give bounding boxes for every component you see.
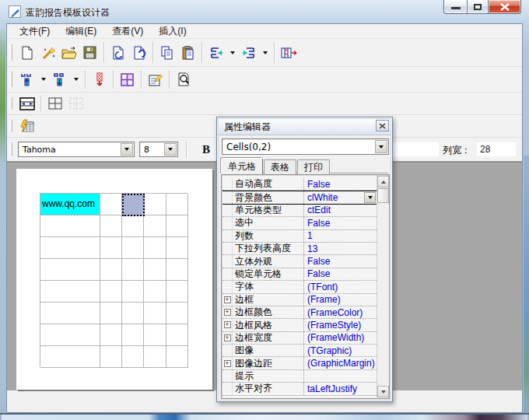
insert-column-right-dropdown[interactable]: [259, 43, 271, 63]
selected-cell[interactable]: [122, 194, 145, 216]
delete-column-button[interactable]: [278, 43, 299, 63]
report-table[interactable]: www.qq.com: [40, 193, 187, 367]
property-value[interactable]: (Frame): [304, 294, 377, 306]
table-cell[interactable]: [166, 281, 188, 303]
property-row[interactable]: +边框颜色(FrameColor): [222, 306, 377, 319]
import-template-button[interactable]: [107, 43, 128, 63]
table-cell[interactable]: [100, 194, 122, 215]
property-value[interactable]: ctEdit: [304, 205, 377, 216]
property-value[interactable]: (FrameStyle): [304, 319, 377, 331]
table-cell[interactable]: [166, 259, 188, 281]
property-row[interactable]: 下拉列表高度13: [222, 243, 377, 255]
bold-button[interactable]: B: [198, 141, 215, 158]
table-cell[interactable]: [122, 237, 144, 259]
property-value[interactable]: clWhite: [304, 191, 377, 203]
column-width-field[interactable]: 28: [477, 142, 516, 156]
value-dropdown-button[interactable]: [364, 192, 376, 202]
property-value[interactable]: (GraphicMargin): [304, 357, 377, 369]
table-cell[interactable]: [166, 215, 188, 237]
property-row[interactable]: +图像边距(GraphicMargin): [222, 357, 377, 369]
merge-cells-button[interactable]: [16, 93, 37, 114]
property-value[interactable]: (FrameWidth): [304, 332, 377, 344]
table-cell[interactable]: [144, 281, 166, 303]
menu-file[interactable]: 文件(F): [12, 24, 58, 39]
property-row[interactable]: 水平对齐taLeftJustify: [222, 383, 377, 395]
print-preview-button[interactable]: [173, 69, 194, 89]
property-value[interactable]: False: [304, 268, 377, 280]
property-value[interactable]: (FrameColor): [304, 306, 377, 318]
property-row[interactable]: 图像(TGraphic): [222, 345, 377, 357]
menu-insert[interactable]: 插入(I): [151, 24, 194, 39]
table-cell[interactable]: [100, 346, 122, 368]
property-value[interactable]: [304, 370, 377, 382]
dialog-close-button[interactable]: [376, 120, 389, 131]
property-value[interactable]: False: [304, 178, 377, 190]
table-cell[interactable]: [40, 324, 100, 346]
property-value[interactable]: 13: [304, 243, 377, 254]
insert-column-left-button[interactable]: [205, 43, 226, 63]
table-cell[interactable]: [144, 346, 166, 368]
close-button[interactable]: [489, 0, 521, 14]
copy-button[interactable]: [156, 43, 177, 63]
new-document-button[interactable]: [16, 43, 37, 63]
table-cell[interactable]: [144, 237, 166, 259]
table-cell[interactable]: [122, 324, 144, 346]
property-value[interactable]: 1: [304, 230, 377, 242]
expand-icon[interactable]: +: [224, 321, 231, 328]
object-selector-combo[interactable]: Cells(0,2): [222, 138, 389, 155]
scrollbar-thumb[interactable]: [377, 188, 389, 203]
table-cell[interactable]: [144, 259, 166, 281]
table-cell[interactable]: [40, 259, 100, 281]
table-cell[interactable]: [122, 259, 144, 281]
insert-row-below-button[interactable]: [49, 69, 70, 89]
tab-cell[interactable]: 单元格: [221, 158, 263, 174]
expand-icon[interactable]: +: [224, 296, 231, 303]
property-value[interactable]: taLeftJustify: [304, 383, 377, 394]
cell-grid-button[interactable]: [117, 69, 138, 89]
table-cell[interactable]: [122, 303, 144, 324]
template-properties-button[interactable]: [145, 69, 166, 89]
table-cell[interactable]: [166, 346, 188, 368]
font-name-dropdown[interactable]: [121, 143, 133, 156]
property-value[interactable]: False: [304, 255, 377, 267]
table-cell[interactable]: [100, 215, 122, 237]
table-cell[interactable]: [100, 237, 122, 259]
property-value[interactable]: False: [304, 217, 377, 229]
insert-row-above-dropdown[interactable]: [37, 69, 49, 89]
table-cell[interactable]: [100, 303, 122, 324]
table-cell[interactable]: [100, 281, 122, 303]
table-borders-button[interactable]: [44, 93, 65, 114]
insert-column-right-button[interactable]: [238, 43, 259, 63]
toolbar-grip[interactable]: [9, 72, 12, 86]
tab-table[interactable]: 表格: [264, 159, 296, 174]
menu-view[interactable]: 查看(V): [104, 24, 151, 39]
table-cell[interactable]: [122, 281, 144, 303]
delete-row-button[interactable]: [89, 69, 110, 89]
paste-button[interactable]: [177, 43, 198, 63]
insert-column-left-dropdown[interactable]: [226, 43, 238, 63]
toolbar-grip[interactable]: [9, 44, 12, 61]
insert-row-above-button[interactable]: [16, 69, 37, 89]
table-cell[interactable]: [166, 237, 188, 259]
property-row[interactable]: 锁定单元格False: [222, 268, 377, 281]
font-size-dropdown[interactable]: [164, 143, 177, 156]
property-value[interactable]: (TFont): [304, 281, 377, 292]
export-template-button[interactable]: [128, 43, 149, 63]
table-cell-content[interactable]: www.qq.com: [40, 194, 100, 215]
expand-icon[interactable]: +: [224, 309, 231, 316]
table-cell[interactable]: [166, 303, 188, 324]
property-row[interactable]: 提示: [222, 370, 377, 383]
dialog-title-bar[interactable]: 属性编辑器: [219, 119, 391, 135]
property-row[interactable]: 自动高度False: [222, 178, 377, 191]
expand-icon[interactable]: +: [224, 334, 231, 341]
save-button[interactable]: [79, 43, 100, 63]
insert-row-below-dropdown[interactable]: [70, 69, 82, 89]
table-cell[interactable]: [166, 194, 188, 215]
table-cell[interactable]: [100, 324, 122, 346]
table-cell[interactable]: [40, 215, 100, 237]
table-cell[interactable]: [166, 324, 188, 346]
table-cell[interactable]: [144, 303, 166, 324]
property-row[interactable]: +边框风格(FrameStyle): [222, 319, 377, 331]
table-cell[interactable]: [144, 215, 166, 237]
maximize-button[interactable]: [467, 0, 489, 14]
